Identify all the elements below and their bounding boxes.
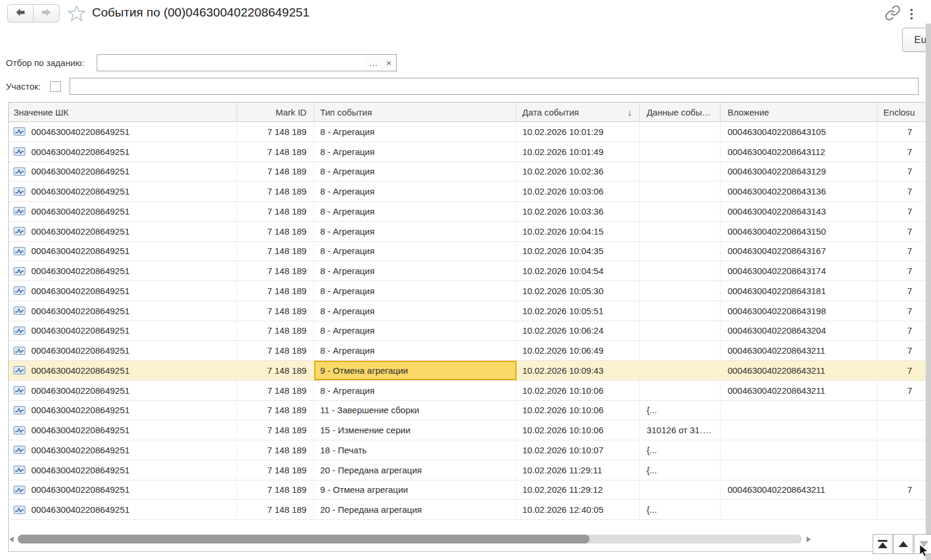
cell-barcode[interactable]: 00046300402208649251	[9, 301, 237, 321]
cell-event-type[interactable]: 20 - Передана агрегация	[314, 460, 517, 480]
cell-enclosure[interactable]: 7	[877, 261, 930, 281]
cell-event-date[interactable]: 10.02.2026 10:06:49	[517, 341, 640, 360]
cell-barcode[interactable]: 00046300402208649251	[9, 321, 237, 341]
cell-event-type[interactable]: 8 - Агрегация	[314, 242, 517, 261]
cell-barcode[interactable]: 00046300402208649251	[9, 500, 237, 519]
cell-event-date[interactable]: 10.02.2026 10:04:35	[517, 242, 640, 261]
cell-attachment[interactable]	[721, 440, 877, 460]
cell-barcode[interactable]: 00046300402208649251	[9, 420, 237, 440]
cell-enclosure[interactable]	[877, 401, 930, 420]
cell-event-date[interactable]: 10.02.2026 10:10:06	[517, 381, 640, 400]
cell-barcode[interactable]: 00046300402208649251	[9, 242, 237, 261]
cell-attachment[interactable]: 00046300402208643211	[721, 480, 877, 500]
cell-enclosure[interactable]: 7	[877, 202, 930, 221]
cell-barcode[interactable]: 00046300402208649251	[9, 122, 237, 141]
cell-mark-id[interactable]: 7 148 189	[237, 460, 314, 480]
cell-event-type[interactable]: 9 - Отмена агрегации	[314, 480, 517, 500]
cell-event-type[interactable]: 18 - Печать	[314, 440, 517, 460]
cell-mark-id[interactable]: 7 148 189	[237, 321, 314, 341]
cell-event-date[interactable]: 10.02.2026 10:05:30	[517, 281, 640, 301]
cell-event-data[interactable]	[640, 361, 721, 380]
cell-enclosure[interactable]: 7	[877, 162, 930, 182]
cell-event-date[interactable]: 10.02.2026 10:09:43	[517, 361, 640, 380]
table-row[interactable]: 00046300402208649251 7 148 189 15 - Изме…	[9, 420, 930, 440]
job-filter-clear-button[interactable]: ×	[381, 54, 397, 71]
cell-event-type[interactable]: 8 - Агрегация	[314, 301, 517, 321]
cell-enclosure[interactable]: 7	[877, 301, 930, 321]
table-row[interactable]: 00046300402208649251 7 148 189 20 - Пере…	[9, 500, 930, 520]
section-checkbox[interactable]	[50, 81, 61, 92]
table-row[interactable]: 00046300402208649251 7 148 189 8 - Агрег…	[9, 182, 930, 202]
cell-event-date[interactable]: 10.02.2026 10:04:54	[517, 261, 640, 281]
cell-mark-id[interactable]: 7 148 189	[237, 440, 314, 460]
cell-attachment[interactable]	[721, 460, 877, 480]
cell-barcode[interactable]: 00046300402208649251	[9, 142, 237, 162]
cell-event-data[interactable]	[640, 202, 721, 221]
table-row[interactable]: 00046300402208649251 7 148 189 8 - Агрег…	[9, 142, 930, 162]
scroll-up-button[interactable]	[893, 534, 913, 554]
cell-attachment[interactable]: 00046300402208643150	[721, 222, 877, 241]
cell-event-date[interactable]: 10.02.2026 10:03:36	[517, 202, 640, 221]
cell-event-data[interactable]	[640, 341, 721, 360]
cell-enclosure[interactable]: 7	[877, 122, 930, 141]
cell-event-type[interactable]: 8 - Агрегация	[314, 281, 517, 301]
cell-attachment[interactable]: 00046300402208643181	[721, 281, 877, 301]
cell-event-date[interactable]: 10.02.2026 11:29:12	[517, 480, 640, 500]
job-filter-input[interactable]	[97, 54, 366, 71]
cell-event-type[interactable]: 11 - Завершение сборки	[314, 401, 517, 420]
cell-event-type[interactable]: 9 - Отмена агрегации	[314, 361, 517, 380]
cell-barcode[interactable]: 00046300402208649251	[9, 460, 237, 480]
cell-event-type[interactable]: 20 - Передана агрегация	[314, 500, 517, 519]
cell-event-type[interactable]: 8 - Агрегация	[314, 222, 517, 241]
cell-event-data[interactable]: {...	[640, 460, 721, 480]
copy-link-icon[interactable]	[884, 5, 901, 21]
cell-attachment[interactable]	[721, 420, 877, 440]
cell-event-data[interactable]	[640, 321, 721, 341]
cell-enclosure[interactable]: 7	[877, 381, 930, 400]
cell-event-date[interactable]: 10.02.2026 10:05:51	[517, 301, 640, 321]
cell-event-date[interactable]: 10.02.2026 10:10:06	[517, 401, 640, 420]
column-header-attachment[interactable]: Вложение	[721, 103, 877, 121]
cell-attachment[interactable]	[721, 401, 877, 420]
hscroll-thumb[interactable]	[18, 535, 590, 543]
vertical-scroll-gutter[interactable]	[926, 24, 931, 560]
cell-enclosure[interactable]: 7	[877, 222, 930, 241]
cell-enclosure[interactable]: 7	[877, 281, 930, 301]
cell-event-data[interactable]	[640, 242, 721, 261]
cell-enclosure[interactable]: 7	[877, 142, 930, 162]
cell-event-data[interactable]	[640, 301, 721, 321]
cell-event-type[interactable]: 8 - Агрегация	[314, 202, 517, 221]
cell-event-data[interactable]	[640, 122, 721, 141]
cell-barcode[interactable]: 00046300402208649251	[9, 341, 237, 360]
cell-event-date[interactable]: 10.02.2026 10:06:24	[517, 321, 640, 341]
cell-event-data[interactable]: {...	[640, 401, 721, 420]
cell-event-date[interactable]: 10.02.2026 10:01:29	[517, 122, 640, 141]
cell-event-type[interactable]: 8 - Агрегация	[314, 321, 517, 341]
cell-attachment[interactable]: 00046300402208643129	[721, 162, 877, 182]
section-input[interactable]	[70, 78, 919, 95]
cell-attachment[interactable]	[721, 500, 877, 519]
cell-barcode[interactable]: 00046300402208649251	[9, 361, 237, 380]
cell-event-data[interactable]	[640, 222, 721, 241]
column-header-barcode[interactable]: Значение ШК	[9, 103, 237, 121]
cell-mark-id[interactable]: 7 148 189	[237, 202, 314, 221]
cell-mark-id[interactable]: 7 148 189	[237, 500, 314, 519]
cell-mark-id[interactable]: 7 148 189	[237, 261, 314, 281]
cell-mark-id[interactable]: 7 148 189	[237, 222, 314, 241]
cell-event-data[interactable]: {...	[640, 440, 721, 460]
cell-enclosure[interactable]: 7	[877, 182, 930, 201]
table-row[interactable]: 00046300402208649251 7 148 189 8 - Агрег…	[9, 242, 930, 262]
cell-event-data[interactable]	[640, 162, 721, 182]
column-header-mark-id[interactable]: Mark ID	[237, 103, 314, 121]
table-row[interactable]: 00046300402208649251 7 148 189 8 - Агрег…	[9, 301, 930, 321]
cell-event-data[interactable]	[640, 480, 721, 500]
more-menu-icon[interactable]	[907, 6, 916, 22]
table-row[interactable]: 00046300402208649251 7 148 189 8 - Агрег…	[9, 321, 930, 341]
cell-mark-id[interactable]: 7 148 189	[237, 381, 314, 400]
table-row[interactable]: 00046300402208649251 7 148 189 9 - Отмен…	[9, 480, 930, 500]
cell-event-type[interactable]: 8 - Агрегация	[314, 182, 517, 201]
cell-mark-id[interactable]: 7 148 189	[237, 480, 314, 500]
cell-event-data[interactable]: 310126 от 31….	[640, 420, 721, 440]
back-button[interactable]	[8, 5, 33, 22]
table-row[interactable]: 00046300402208649251 7 148 189 11 - Заве…	[9, 401, 930, 421]
